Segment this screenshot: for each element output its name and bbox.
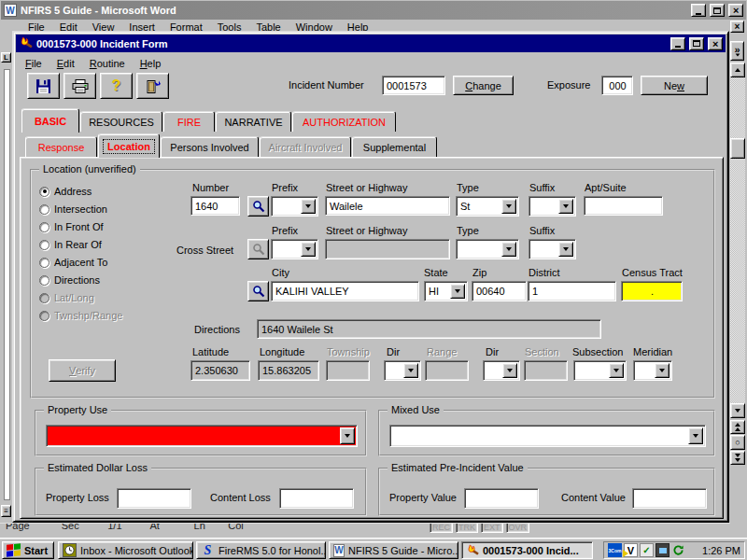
radio-intersection[interactable]: Intersection bbox=[39, 203, 107, 215]
network-monitor-icon[interactable] bbox=[655, 543, 669, 557]
vshield-check-icon[interactable]: ✓ bbox=[640, 543, 654, 557]
dir2-combo[interactable] bbox=[483, 360, 520, 381]
scrollbar-track[interactable] bbox=[730, 77, 745, 403]
task-firerms[interactable]: S FireRMS 5.0 for Honol... bbox=[196, 541, 326, 559]
city-label: City bbox=[272, 267, 289, 278]
form-menu-edit[interactable]: Edit bbox=[49, 56, 82, 71]
type-combo[interactable]: St bbox=[456, 196, 519, 217]
form-menu-file[interactable]: File bbox=[18, 56, 49, 71]
street-lookup-button[interactable] bbox=[247, 196, 269, 217]
radio-adjacent-to[interactable]: Adjacent To bbox=[39, 257, 107, 268]
property-loss-field[interactable] bbox=[117, 488, 191, 509]
incident-number-field[interactable]: 0001573 bbox=[382, 76, 445, 95]
scrollbar-thumb[interactable] bbox=[730, 138, 745, 159]
word-doc-close-button[interactable]: × bbox=[730, 21, 744, 33]
subsection-combo[interactable] bbox=[573, 360, 627, 381]
scrollbar-down-button[interactable] bbox=[730, 403, 745, 418]
cross-prefix-combo[interactable] bbox=[271, 239, 318, 259]
tab-fire[interactable]: FIRE bbox=[163, 111, 215, 132]
dropdown-button[interactable] bbox=[558, 242, 573, 257]
task-incident-form[interactable]: 0001573-000 Incid... bbox=[461, 541, 593, 559]
browse-next-button[interactable] bbox=[730, 451, 745, 465]
property-value-field[interactable] bbox=[464, 488, 539, 509]
dropdown-button[interactable] bbox=[301, 242, 316, 257]
word-restore-button[interactable] bbox=[710, 4, 725, 17]
word-close-button[interactable]: × bbox=[728, 4, 743, 17]
street-field[interactable]: Wailele bbox=[325, 196, 450, 216]
dropdown-button[interactable] bbox=[450, 284, 465, 299]
city-lookup-button[interactable] bbox=[247, 281, 269, 301]
cross-suffix-combo[interactable] bbox=[529, 239, 576, 259]
virusscan-v-icon[interactable]: V bbox=[624, 543, 638, 557]
form-maximize-button[interactable] bbox=[689, 37, 704, 50]
dropdown-button[interactable] bbox=[688, 427, 703, 444]
subtab-persons-involved[interactable]: Persons Involved bbox=[161, 136, 259, 157]
radio-label: Address bbox=[54, 186, 92, 197]
subtab-aircraft-involved[interactable]: Aircraft Involved bbox=[260, 136, 351, 157]
dropdown-button[interactable] bbox=[501, 199, 516, 214]
zip-field[interactable]: 00640 bbox=[472, 281, 527, 301]
number-field[interactable]: 1640 bbox=[190, 196, 240, 216]
form-menu-help[interactable]: Help bbox=[133, 56, 169, 71]
toolbar-overflow-chevron[interactable]: » bbox=[730, 41, 744, 61]
subtab-supplemental[interactable]: Supplemental bbox=[352, 136, 437, 157]
cross-type-combo[interactable] bbox=[456, 239, 519, 259]
city-field[interactable]: KALIHI VALLEY bbox=[271, 281, 419, 301]
dropdown-button[interactable] bbox=[403, 363, 418, 378]
new-button[interactable]: New bbox=[641, 76, 708, 95]
task-word[interactable]: W NFIRS 5 Guide - Micro... bbox=[329, 541, 458, 559]
dropdown-button[interactable] bbox=[558, 199, 573, 214]
form-close-button[interactable]: × bbox=[708, 37, 723, 50]
dropdown-button[interactable] bbox=[501, 242, 516, 257]
subtab-response[interactable]: Response bbox=[25, 136, 97, 157]
tab-narrative[interactable]: NARRATIVE bbox=[216, 111, 291, 132]
change-button[interactable]: Change bbox=[453, 76, 514, 95]
tab-resources[interactable]: RESOURCES bbox=[80, 111, 162, 132]
start-button[interactable]: Start bbox=[2, 541, 54, 559]
browse-select-button[interactable]: ○ bbox=[730, 435, 745, 450]
statusbar-indicator-ovr: OVR bbox=[506, 523, 530, 533]
tab-authorization[interactable]: AUTHORIZATION bbox=[292, 111, 396, 132]
property-use-combo[interactable] bbox=[46, 425, 358, 447]
suffix-combo[interactable] bbox=[529, 196, 576, 217]
content-loss-field[interactable] bbox=[279, 488, 354, 509]
census-tract-field[interactable]: . bbox=[621, 281, 683, 301]
form-minimize-button[interactable] bbox=[670, 37, 685, 50]
dropdown-button[interactable] bbox=[502, 363, 517, 378]
exit-button[interactable] bbox=[136, 73, 169, 99]
chevron-down-icon bbox=[408, 369, 414, 372]
dropdown-button[interactable] bbox=[301, 199, 316, 214]
scrollbar-up-button[interactable] bbox=[730, 63, 745, 77]
browse-previous-button[interactable] bbox=[730, 420, 745, 434]
radio-directions[interactable]: Directions bbox=[39, 274, 100, 286]
mixed-use-combo[interactable] bbox=[389, 425, 706, 447]
exposure-field[interactable]: 000 bbox=[601, 76, 633, 95]
apt-suite-field[interactable] bbox=[584, 196, 663, 216]
district-field[interactable]: 1 bbox=[528, 281, 616, 301]
dropdown-button[interactable] bbox=[655, 363, 669, 378]
radio-label: Directions bbox=[54, 274, 100, 286]
task-outlook[interactable]: Inbox - Microsoft Outlook bbox=[58, 541, 193, 559]
save-button[interactable] bbox=[27, 73, 60, 99]
view-buttons[interactable]: ≡ bbox=[1, 505, 11, 517]
radio-address[interactable]: Address bbox=[39, 186, 92, 197]
3com-icon[interactable]: 3Com bbox=[608, 543, 622, 557]
word-minimize-button[interactable] bbox=[691, 4, 706, 17]
prefix-combo[interactable] bbox=[271, 196, 318, 217]
subtab-location[interactable]: Location bbox=[98, 133, 160, 158]
content-value-field[interactable] bbox=[632, 488, 707, 509]
ruler-tab-selector[interactable]: L bbox=[1, 52, 11, 63]
form-menu-routine[interactable]: Routine bbox=[82, 56, 133, 71]
radio-in-rear-of[interactable]: In Rear Of bbox=[39, 239, 102, 250]
sync-icon[interactable] bbox=[671, 543, 685, 557]
help-button[interactable]: ? bbox=[100, 73, 133, 99]
print-button[interactable] bbox=[63, 73, 96, 99]
state-combo[interactable]: HI bbox=[424, 281, 468, 301]
dir1-combo[interactable] bbox=[384, 360, 421, 381]
dropdown-button[interactable] bbox=[340, 427, 355, 444]
tab-basic[interactable]: BASIC bbox=[21, 108, 79, 133]
radio-in-front-of[interactable]: In Front Of bbox=[39, 221, 104, 232]
dropdown-button[interactable] bbox=[609, 363, 624, 378]
township-field bbox=[326, 360, 370, 381]
meridian-combo[interactable] bbox=[633, 360, 672, 381]
